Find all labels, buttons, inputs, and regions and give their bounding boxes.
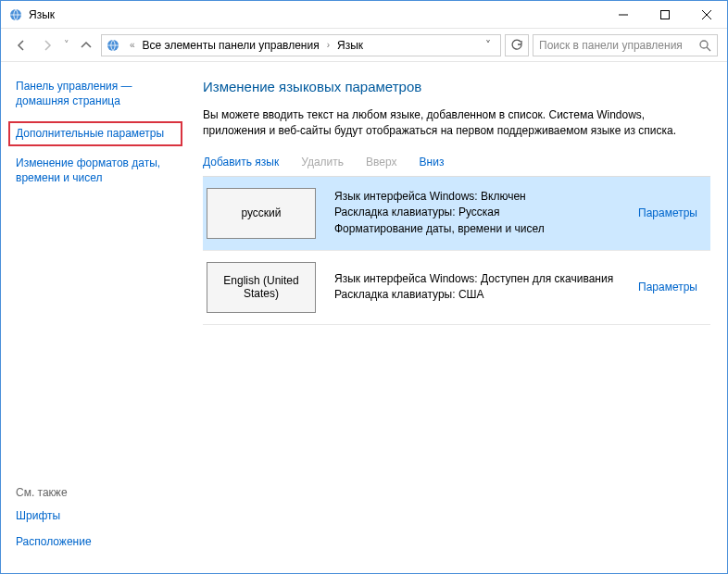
window-title: Язык [29, 8, 602, 21]
sidebar: Панель управления — домашняя страница До… [1, 62, 186, 573]
history-dropdown-icon[interactable]: ˅ [62, 39, 71, 51]
window-controls [602, 1, 727, 28]
language-options-link[interactable]: Параметры [638, 206, 703, 219]
language-name: English (United States) [211, 274, 311, 301]
sidebar-fonts[interactable]: Шрифты [16, 508, 186, 523]
addressbar[interactable]: « Все элементы панели управления › Язык … [101, 34, 501, 56]
navbar: ˅ « Все элементы панели управления › Язы… [1, 29, 727, 62]
toolbar: Добавить язык Удалить Вверх Вниз [203, 152, 710, 174]
page-description: Вы можете вводить текст на любом языке, … [203, 107, 710, 139]
remove-language-link[interactable]: Удалить [301, 156, 344, 168]
language-row[interactable]: English (United States) Язык интерфейса … [203, 251, 710, 325]
minimize-button[interactable] [602, 1, 644, 28]
add-language-link[interactable]: Добавить язык [203, 156, 279, 168]
search-icon[interactable] [698, 39, 711, 52]
language-tile[interactable]: English (United States) [207, 262, 316, 313]
see-also-label: См. также [16, 486, 186, 499]
language-options-link[interactable]: Параметры [638, 281, 703, 293]
forward-button[interactable] [36, 34, 58, 56]
language-list: русский Язык интерфейса Windows: Включен… [203, 177, 710, 325]
sidebar-advanced[interactable]: Дополнительные параметры [8, 121, 182, 145]
breadcrumb-root-icon[interactable]: « [124, 40, 141, 50]
back-button[interactable] [10, 34, 32, 56]
search-box[interactable] [533, 34, 718, 56]
close-button[interactable] [685, 1, 727, 28]
language-details: Язык интерфейса Windows: Включен Расклад… [334, 189, 620, 237]
language-detail-line: Раскладка клавиатуры: США [334, 287, 620, 303]
content: Панель управления — домашняя страница До… [1, 62, 727, 573]
svg-line-7 [707, 47, 710, 51]
chevron-right-icon[interactable]: › [321, 40, 335, 50]
address-dropdown-icon[interactable]: ˅ [480, 39, 496, 52]
language-tile[interactable]: русский [207, 188, 316, 239]
up-button[interactable] [75, 34, 97, 56]
breadcrumb-seg-1[interactable]: Все элементы панели управления [143, 39, 320, 52]
sidebar-formats[interactable]: Изменение форматов даты, времени и чисел [16, 156, 186, 185]
maximize-button[interactable] [644, 1, 685, 28]
sidebar-location[interactable]: Расположение [16, 534, 186, 549]
language-details: Язык интерфейса Windows: Доступен для ск… [334, 271, 620, 304]
svg-rect-2 [660, 10, 669, 19]
svg-point-6 [700, 41, 708, 48]
main-pane: Изменение языковых параметров Вы можете … [186, 62, 727, 573]
language-detail-line: Форматирование даты, времени и чисел [334, 221, 620, 237]
app-icon [8, 7, 23, 22]
refresh-button[interactable] [505, 34, 529, 56]
search-input[interactable] [539, 39, 698, 52]
language-detail-line: Язык интерфейса Windows: Включен [334, 189, 620, 205]
page-heading: Изменение языковых параметров [203, 79, 710, 94]
language-detail-line: Язык интерфейса Windows: Доступен для ск… [334, 271, 620, 287]
language-detail-line: Раскладка клавиатуры: Русская [334, 205, 620, 220]
language-row[interactable]: русский Язык интерфейса Windows: Включен… [203, 177, 710, 251]
breadcrumb-seg-2[interactable]: Язык [337, 39, 363, 52]
move-up-link[interactable]: Вверх [366, 156, 396, 168]
globe-icon [106, 38, 120, 53]
move-down-link[interactable]: Вниз [420, 156, 445, 168]
sidebar-home[interactable]: Панель управления — домашняя страница [16, 79, 186, 108]
titlebar: Язык [1, 1, 727, 29]
language-name: русский [241, 206, 281, 219]
